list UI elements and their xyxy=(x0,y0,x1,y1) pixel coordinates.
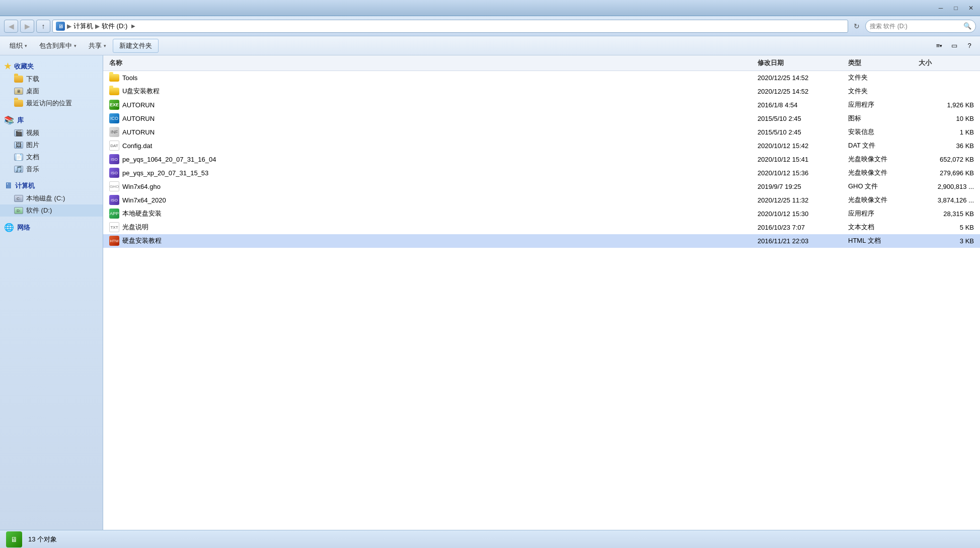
file-name: pe_yqs_1064_20_07_31_16_04 xyxy=(122,156,216,163)
file-name-cell: APP 本地硬盘安装 xyxy=(109,209,758,219)
table-row[interactable]: HTM 硬盘安装教程 2016/11/21 22:03 HTML 文档 3 KB xyxy=(103,234,980,248)
titlebar: ─ □ ✕ xyxy=(0,0,980,16)
file-modified: 2020/12/25 11:32 xyxy=(758,196,848,204)
table-row[interactable]: TXT 光盘说明 2016/10/23 7:07 文本文档 5 KB xyxy=(103,221,980,234)
sidebar-library-section: 📚 库 🎬 视频 🖼 图片 📄 文档 xyxy=(0,113,103,175)
desktop-icon: 🖥 xyxy=(14,87,23,96)
library-icon: 📚 xyxy=(4,115,14,125)
table-row[interactable]: INF AUTORUN 2015/5/10 2:45 安装信息 1 KB xyxy=(103,125,980,139)
file-type: 应用程序 xyxy=(848,209,919,218)
minimize-button[interactable]: ─ xyxy=(934,3,948,13)
toolbar: 组织 ▾ 包含到库中 ▾ 共享 ▾ 新建文件夹 ≡ ▾ ▭ ? xyxy=(0,36,980,55)
sidebar-item-desktop[interactable]: 🖥 桌面 xyxy=(0,85,103,97)
file-icon: ISO xyxy=(109,195,119,205)
computer-label: 计算机 xyxy=(15,181,35,190)
sidebar-item-software-d[interactable]: D: 软件 (D:) xyxy=(0,204,103,217)
file-name: 本地硬盘安装 xyxy=(122,209,162,218)
file-type: 光盘映像文件 xyxy=(848,168,919,177)
table-row[interactable]: U盘安装教程 2020/12/25 14:52 文件夹 xyxy=(103,85,980,98)
organize-arrow: ▾ xyxy=(25,43,27,48)
statusbar: 🖥 13 个对象 xyxy=(0,530,980,548)
sidebar-item-videos[interactable]: 🎬 视频 xyxy=(0,127,103,139)
table-row[interactable]: APP 本地硬盘安装 2020/10/12 15:30 应用程序 28,315 … xyxy=(103,207,980,221)
maximize-button[interactable]: □ xyxy=(949,3,963,13)
table-row[interactable]: DAT Config.dat 2020/10/12 15:42 DAT 文件 3… xyxy=(103,139,980,153)
file-type: 图标 xyxy=(848,114,919,123)
file-name: AUTORUN xyxy=(122,128,155,136)
docs-icon: 📄 xyxy=(14,153,23,162)
close-button[interactable]: ✕ xyxy=(964,3,978,13)
music-icon: 🎵 xyxy=(14,165,23,174)
file-type: GHO 文件 xyxy=(848,182,919,191)
sidebar-item-downloads[interactable]: 下载 xyxy=(0,73,103,85)
table-row[interactable]: Tools 2020/12/25 14:52 文件夹 xyxy=(103,71,980,85)
file-icon: DAT xyxy=(109,141,119,151)
docs-label: 文档 xyxy=(26,153,39,162)
file-size: 652,072 KB xyxy=(919,156,974,163)
help-button[interactable]: ? xyxy=(963,39,976,52)
music-label: 音乐 xyxy=(26,165,39,174)
file-name: 硬盘安装教程 xyxy=(122,236,162,245)
breadcrumb-drive[interactable]: 软件 (D:) xyxy=(102,22,127,31)
preview-button[interactable]: ▭ xyxy=(948,39,961,52)
sidebar-item-recent[interactable]: 最近访问的位置 xyxy=(0,97,103,109)
downloads-folder-icon xyxy=(14,75,23,84)
file-type: DAT 文件 xyxy=(848,141,919,150)
file-name-cell: ISO Win7x64_2020 xyxy=(109,195,758,205)
file-icon: GHO xyxy=(109,181,119,191)
file-type: 文件夹 xyxy=(848,73,919,82)
breadcrumb-expand-icon[interactable]: ▶ xyxy=(129,22,137,30)
file-modified: 2020/10/12 15:41 xyxy=(758,156,848,163)
organize-button[interactable]: 组织 ▾ xyxy=(4,39,33,53)
file-icon xyxy=(109,86,119,96)
file-icon: INF xyxy=(109,127,119,137)
sidebar-item-local-c[interactable]: C: 本地磁盘 (C:) xyxy=(0,192,103,204)
computer-sidebar-icon: 🖥 xyxy=(4,181,12,190)
sidebar-item-music[interactable]: 🎵 音乐 xyxy=(0,163,103,175)
file-modified: 2016/11/21 22:03 xyxy=(758,237,848,245)
breadcrumb[interactable]: 🖥 ▶ 计算机 ▶ 软件 (D:) ▶ xyxy=(52,20,848,33)
search-input[interactable] xyxy=(870,23,960,30)
software-d-icon: D: xyxy=(14,206,23,215)
sidebar-computer-header: 🖥 计算机 xyxy=(0,179,103,192)
table-row[interactable]: ISO pe_yqs_1064_20_07_31_16_04 2020/10/1… xyxy=(103,153,980,166)
view-button[interactable]: ≡ ▾ xyxy=(933,39,946,52)
share-arrow: ▾ xyxy=(104,43,106,48)
table-row[interactable]: ICO AUTORUN 2015/5/10 2:45 图标 10 KB xyxy=(103,112,980,125)
table-row[interactable]: ISO Win7x64_2020 2020/12/25 11:32 光盘映像文件… xyxy=(103,193,980,207)
col-modified[interactable]: 修改日期 xyxy=(758,58,848,67)
file-type: 光盘映像文件 xyxy=(848,155,919,164)
recent-label: 最近访问的位置 xyxy=(26,99,72,108)
new-folder-button[interactable]: 新建文件夹 xyxy=(113,39,159,53)
share-label: 共享 xyxy=(89,41,102,50)
favorites-star-icon: ★ xyxy=(4,61,11,71)
file-name-cell: U盘安装教程 xyxy=(109,86,758,96)
forward-button[interactable]: ▶ xyxy=(20,20,34,33)
file-name: Tools xyxy=(122,74,137,82)
table-row[interactable]: ISO pe_yqs_xp_20_07_31_15_53 2020/10/12 … xyxy=(103,166,980,180)
file-modified: 2016/1/8 4:54 xyxy=(758,101,848,109)
sidebar-favorites-section: ★ 收藏夹 下载 🖥 桌面 最近访问的位置 xyxy=(0,59,103,109)
col-name[interactable]: 名称 xyxy=(109,58,758,67)
include-library-button[interactable]: 包含到库中 ▾ xyxy=(34,39,82,53)
sidebar-item-docs[interactable]: 📄 文档 xyxy=(0,151,103,163)
file-name: AUTORUN xyxy=(122,101,155,109)
file-type: 应用程序 xyxy=(848,100,919,109)
new-folder-label: 新建文件夹 xyxy=(119,42,152,49)
sidebar-item-images[interactable]: 🖼 图片 xyxy=(0,139,103,151)
breadcrumb-computer[interactable]: 计算机 xyxy=(73,22,93,31)
share-button[interactable]: 共享 ▾ xyxy=(83,39,112,53)
col-size[interactable]: 大小 xyxy=(919,58,974,67)
file-modified: 2020/12/25 14:52 xyxy=(758,88,848,95)
file-name-cell: HTM 硬盘安装教程 xyxy=(109,236,758,246)
main-layout: ★ 收藏夹 下载 🖥 桌面 最近访问的位置 xyxy=(0,55,980,530)
refresh-button[interactable]: ↻ xyxy=(850,20,863,33)
table-row[interactable]: GHO Win7x64.gho 2019/9/7 19:25 GHO 文件 2,… xyxy=(103,180,980,193)
up-button[interactable]: ↑ xyxy=(36,20,50,33)
back-button[interactable]: ◀ xyxy=(4,20,18,33)
table-row[interactable]: EXE AUTORUN 2016/1/8 4:54 应用程序 1,926 KB xyxy=(103,98,980,112)
file-icon: ICO xyxy=(109,113,119,123)
col-type[interactable]: 类型 xyxy=(848,58,919,67)
search-bar[interactable]: 🔍 xyxy=(865,20,976,33)
breadcrumb-sep2: ▶ xyxy=(95,23,100,30)
